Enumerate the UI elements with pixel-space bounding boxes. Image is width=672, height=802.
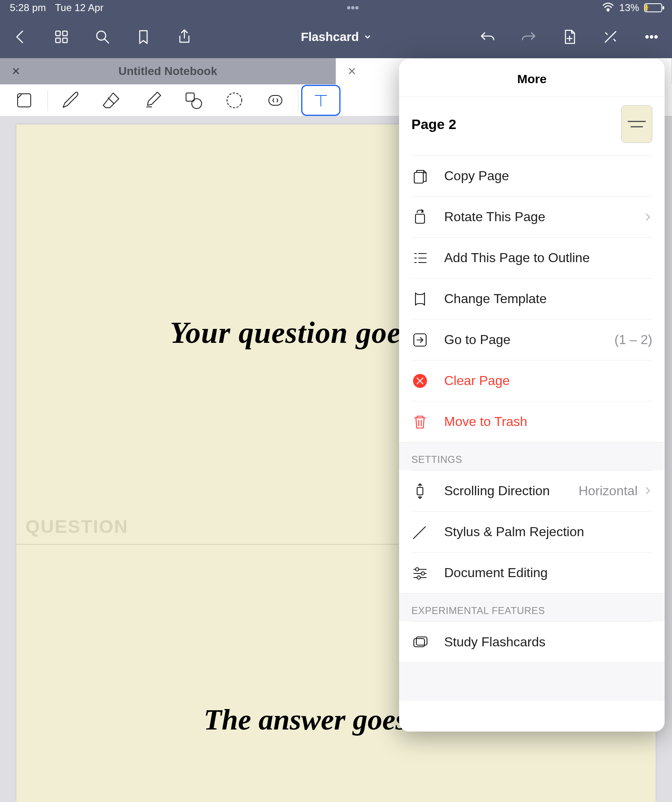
svg-point-8 — [97, 31, 106, 40]
outline-icon — [411, 249, 429, 267]
svg-point-15 — [227, 93, 242, 108]
shape-tool[interactable] — [175, 86, 212, 115]
undo-button[interactable] — [478, 27, 497, 47]
cards-icon — [411, 634, 429, 651]
svg-point-9 — [646, 36, 648, 38]
popover-footer — [399, 662, 665, 701]
menu-label: Rotate This Page — [444, 209, 545, 224]
scroll-icon — [411, 483, 429, 500]
svg-point-3 — [608, 10, 609, 11]
more-popover: More Page 2 Copy Page Rotate This Page A… — [399, 59, 665, 732]
add-page-button[interactable] — [560, 27, 579, 47]
svg-rect-6 — [56, 38, 60, 43]
menu-rotate-page[interactable]: Rotate This Page — [411, 196, 652, 237]
menu-clear-page[interactable]: Clear Page — [411, 360, 652, 401]
menu-goto-page[interactable]: Go to Page (1 – 2) — [411, 319, 652, 360]
goto-range: (1 – 2) — [615, 332, 652, 347]
template-icon — [411, 290, 429, 308]
menu-label: Scrolling Direction — [444, 483, 550, 498]
text-tool[interactable] — [302, 86, 339, 115]
page-thumbnail[interactable] — [621, 105, 652, 143]
menu-label: Clear Page — [444, 373, 510, 388]
clear-icon — [411, 372, 429, 390]
app-title-bar: Flashcard — [0, 16, 672, 58]
svg-point-23 — [421, 572, 425, 575]
status-bar: 5:28 pm Tue 12 Apr 13% ⚡ — [0, 0, 672, 16]
menu-document-editing[interactable]: Document Editing — [411, 552, 652, 593]
svg-rect-5 — [63, 31, 67, 36]
menu-label: Add This Page to Outline — [444, 250, 590, 265]
pen-tool[interactable] — [52, 86, 89, 115]
svg-point-1 — [351, 6, 354, 9]
svg-point-14 — [192, 99, 202, 109]
bookmark-button[interactable] — [134, 27, 153, 47]
divider — [298, 90, 298, 111]
svg-rect-17 — [414, 172, 423, 183]
tab-notebook[interactable]: ✕ Untitled Notebook — [0, 58, 336, 84]
menu-label: Stylus & Palm Rejection — [444, 524, 584, 539]
menu-label: Move to Trash — [444, 414, 527, 429]
menu-label: Copy Page — [444, 168, 509, 184]
more-button[interactable] — [642, 27, 661, 47]
readonly-tool[interactable] — [7, 86, 43, 115]
svg-point-0 — [347, 6, 350, 9]
magic-button[interactable] — [601, 27, 620, 47]
goto-icon — [411, 331, 429, 349]
tab-label: Untitled Notebook — [118, 65, 217, 78]
tab-close-icon[interactable]: ✕ — [347, 65, 356, 78]
svg-rect-18 — [415, 214, 425, 223]
highlighter-tool[interactable] — [134, 86, 171, 115]
divider — [48, 90, 48, 111]
svg-point-11 — [655, 36, 657, 38]
experimental-header: EXPERIMENTAL FEATURES — [399, 593, 665, 621]
battery-icon: ⚡ — [644, 3, 662, 12]
grid-button[interactable] — [52, 27, 71, 47]
menu-label: Study Flashcards — [444, 634, 545, 650]
menu-label: Document Editing — [444, 565, 548, 580]
popover-page-label: Page 2 — [411, 116, 456, 132]
popover-title: More — [399, 59, 665, 97]
settings-header: SETTINGS — [399, 442, 665, 470]
svg-point-10 — [650, 36, 653, 38]
menu-copy-page[interactable]: Copy Page — [411, 155, 652, 196]
share-button[interactable] — [175, 27, 194, 47]
svg-rect-4 — [56, 31, 60, 36]
stylus-icon — [411, 523, 429, 541]
lasso-tool[interactable] — [216, 86, 253, 115]
trash-icon — [411, 413, 429, 430]
question-label: QUESTION — [25, 516, 128, 537]
document-title: Flashcard — [301, 30, 359, 44]
chevron-right-icon — [643, 213, 652, 222]
svg-rect-21 — [417, 487, 423, 495]
back-button[interactable] — [11, 27, 30, 47]
menu-scrolling-direction[interactable]: Scrolling Direction Horizontal — [411, 470, 652, 511]
wifi-icon — [602, 2, 614, 14]
search-button[interactable] — [93, 27, 112, 47]
svg-point-22 — [415, 568, 419, 571]
battery-percent: 13% — [619, 2, 639, 14]
svg-point-2 — [355, 6, 359, 9]
status-time: 5:28 pm — [10, 2, 46, 14]
sticker-tool[interactable] — [257, 86, 294, 115]
sliders-icon — [411, 564, 429, 582]
menu-change-template[interactable]: Change Template — [411, 278, 652, 319]
menu-label: Go to Page — [444, 332, 511, 347]
document-title-button[interactable]: Flashcard — [301, 30, 371, 44]
menu-label: Change Template — [444, 291, 547, 306]
svg-rect-7 — [63, 38, 67, 43]
menu-add-outline[interactable]: Add This Page to Outline — [411, 237, 652, 278]
menu-stylus[interactable]: Stylus & Palm Rejection — [411, 511, 652, 552]
svg-rect-16 — [269, 95, 282, 105]
menu-study-flashcards[interactable]: Study Flashcards — [411, 621, 652, 662]
menu-move-trash[interactable]: Move to Trash — [411, 401, 652, 442]
rotate-icon — [411, 208, 429, 226]
tab-close-icon[interactable]: ✕ — [11, 65, 20, 78]
eraser-tool[interactable] — [93, 86, 130, 115]
svg-point-24 — [417, 576, 420, 579]
copy-icon — [411, 168, 429, 185]
multitask-dots-icon[interactable] — [347, 6, 359, 10]
redo-button[interactable] — [519, 27, 538, 47]
status-date: Tue 12 Apr — [55, 2, 104, 14]
scroll-value: Horizontal — [579, 483, 652, 498]
